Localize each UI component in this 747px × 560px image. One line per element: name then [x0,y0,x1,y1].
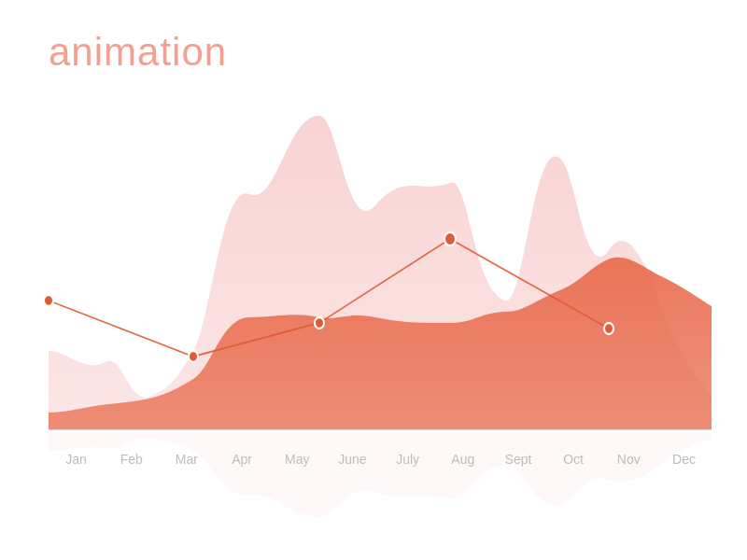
dot-mar [189,351,198,362]
dot-july [444,232,456,245]
page-container: animation [0,0,747,560]
page-title: animation [49,30,227,75]
dot-nov [604,323,613,334]
chart-area: Jan Feb Mar Apr May June July Aug Sept O… [49,93,712,429]
dot-jan [44,295,53,306]
chart-svg [49,93,712,429]
dot-may [315,317,324,329]
chart-reflection [49,429,712,523]
